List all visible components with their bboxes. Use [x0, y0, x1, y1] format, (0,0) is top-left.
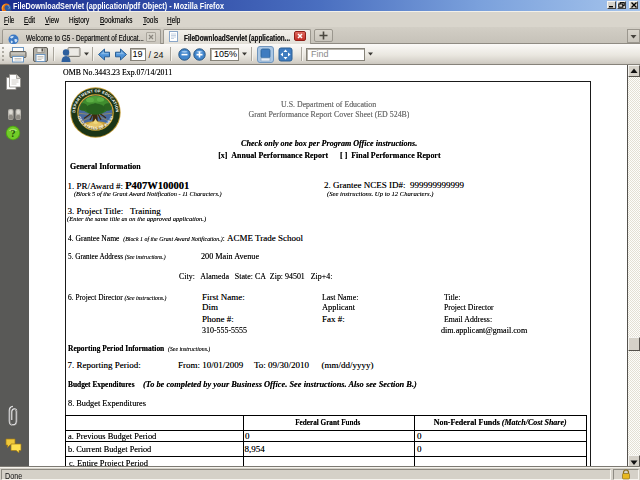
svg-text:?: ?	[11, 128, 16, 139]
